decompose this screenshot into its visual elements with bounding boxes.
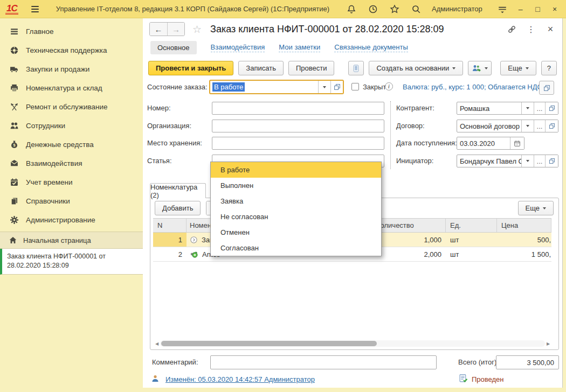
- more-menu-kebab-icon[interactable]: ⋮: [526, 24, 536, 34]
- post-button[interactable]: Провести: [288, 61, 335, 75]
- forward-button[interactable]: →: [167, 23, 184, 36]
- storage-label: Место хранения:: [147, 139, 202, 147]
- more-actions-button[interactable]: Еще: [500, 61, 536, 75]
- dropdown-option-cancelled[interactable]: Отменен: [211, 225, 381, 240]
- service-menu-icon[interactable]: [498, 4, 507, 15]
- main-menu-icon[interactable]: [30, 4, 40, 15]
- minimize-button[interactable]: –: [517, 4, 524, 15]
- search-icon[interactable]: [411, 4, 421, 15]
- close-window-button[interactable]: ×: [551, 4, 558, 15]
- initiator-field[interactable]: Бондарчук Павел С ...: [457, 155, 558, 167]
- help-button[interactable]: ?: [541, 61, 557, 75]
- counterparty-open-button[interactable]: [545, 102, 558, 114]
- closed-checkbox[interactable]: [351, 83, 359, 90]
- contract-open-button[interactable]: [545, 120, 558, 132]
- dropdown-option-in-work[interactable]: В работе: [211, 162, 381, 178]
- modified-link[interactable]: Изменён: 05.03.2020 14:42:57 Администрат…: [165, 375, 315, 383]
- open-document-tab[interactable]: Заказ клиента НФИТ-000001 от 28.02.2020 …: [0, 249, 143, 275]
- sidebar: Главное Техническая поддержка Закупки и …: [0, 18, 143, 392]
- sidebar-item-tech-support[interactable]: Техническая поддержка: [0, 41, 143, 60]
- dropdown-option-approved[interactable]: Согласован: [211, 240, 381, 256]
- col-price[interactable]: Цена: [497, 219, 551, 232]
- sidebar-item-catalogs[interactable]: Справочники: [0, 192, 143, 211]
- sidebar-item-time-tracking[interactable]: Учет времени: [0, 173, 143, 192]
- col-n[interactable]: N: [153, 219, 187, 232]
- initiator-dropdown-button[interactable]: [521, 155, 534, 167]
- lifebuoy-icon: [10, 46, 19, 55]
- save-button[interactable]: Записать: [238, 61, 284, 75]
- back-button[interactable]: ←: [150, 23, 167, 36]
- current-user[interactable]: Администратор: [432, 5, 482, 13]
- contract-choose-button[interactable]: ...: [534, 120, 545, 132]
- tab-main[interactable]: Основное: [150, 41, 197, 54]
- tab-interactions[interactable]: Взаимодействия: [211, 43, 265, 52]
- money-bag-icon: $: [10, 140, 19, 149]
- service-item-icon: [190, 236, 198, 244]
- dropdown-option-request[interactable]: Заявка: [211, 193, 381, 209]
- info-icon[interactable]: i: [385, 82, 393, 90]
- order-state-combobox[interactable]: В работе: [209, 80, 344, 94]
- horizontal-scrollbar[interactable]: ◀ ▶: [154, 340, 551, 347]
- organization-field[interactable]: [212, 120, 384, 132]
- create-based-on-button[interactable]: Создать на основании: [369, 61, 463, 75]
- dropdown-option-done[interactable]: Выполнен: [211, 178, 381, 193]
- currency-open-button[interactable]: [539, 81, 554, 95]
- contract-field[interactable]: Основной договор ...: [457, 120, 558, 132]
- close-document-icon[interactable]: ×: [545, 24, 556, 34]
- maximize-button[interactable]: □: [534, 4, 542, 15]
- col-unit[interactable]: Ед.: [446, 219, 497, 232]
- favorites-star-icon[interactable]: [390, 4, 399, 15]
- tab-linked-documents[interactable]: Связанные документы: [334, 43, 408, 52]
- tab-nomenclature[interactable]: Номенклатура (2): [150, 183, 206, 198]
- contract-dropdown-button[interactable]: [521, 120, 534, 132]
- document-form: ← → ☆ Заказ клиента НФИТ-000001 от 28.02…: [143, 18, 563, 388]
- post-and-close-button[interactable]: Провести и закрыть: [148, 61, 233, 75]
- storage-field[interactable]: [212, 137, 384, 150]
- scroll-left-arrow-icon[interactable]: ◀: [154, 341, 160, 346]
- state-open-button[interactable]: [330, 81, 343, 93]
- document-tabs: Основное Взаимодействия Мои заметки Связ…: [143, 40, 562, 58]
- sidebar-item-administration[interactable]: Администрирование: [0, 211, 143, 229]
- sidebar-item-purchases-sales[interactable]: Закупки и продажи: [0, 60, 143, 79]
- 1c-logo: 1С: [5, 4, 18, 15]
- add-row-button[interactable]: Добавить: [155, 201, 201, 215]
- window-title: Управление IT-отделом 8, редакция 3.1 КО…: [56, 5, 329, 13]
- favorite-star-icon[interactable]: ☆: [192, 23, 202, 36]
- scrollbar-thumb[interactable]: [161, 341, 377, 346]
- state-dropdown-button[interactable]: [318, 81, 330, 93]
- history-icon[interactable]: [368, 4, 378, 15]
- counterparty-label: Контрагент:: [396, 104, 434, 112]
- counterparty-field[interactable]: Ромашка ...: [457, 102, 558, 115]
- tab-my-notes[interactable]: Мои заметки: [279, 43, 320, 52]
- sidebar-item-repair-maintenance[interactable]: Ремонт и обслуживание: [0, 97, 143, 116]
- sidebar-item-employees[interactable]: Сотрудники: [0, 116, 143, 135]
- open-icon: [543, 85, 550, 92]
- currency-link[interactable]: Валюта: руб., курс: 1 000; Облагается НД…: [403, 83, 542, 91]
- col-quantity[interactable]: Количество: [372, 219, 446, 232]
- sidebar-item-money[interactable]: $ Денежные средства: [0, 135, 143, 154]
- gear-icon: [10, 215, 19, 225]
- total-field[interactable]: 3 500,00: [496, 355, 559, 369]
- document-structure-button[interactable]: [348, 61, 364, 75]
- state-dropdown-list: В работе Выполнен Заявка Не согласован О…: [210, 162, 382, 256]
- assign-performer-button[interactable]: [468, 61, 492, 75]
- sidebar-item-main[interactable]: Главное: [0, 22, 143, 41]
- initiator-open-button[interactable]: [545, 155, 558, 167]
- counterparty-dropdown-button[interactable]: [521, 102, 534, 114]
- receipt-date-field[interactable]: 03.03.2020: [457, 137, 524, 150]
- counterparty-choose-button[interactable]: ...: [534, 102, 545, 114]
- number-label: Номер:: [147, 104, 171, 112]
- comment-input[interactable]: [210, 355, 437, 369]
- notifications-bell-icon[interactable]: [347, 4, 356, 15]
- sidebar-item-interactions[interactable]: Взаимодействия: [0, 154, 143, 173]
- initiator-choose-button[interactable]: ...: [534, 155, 545, 167]
- scroll-right-arrow-icon[interactable]: ▶: [545, 341, 551, 346]
- table-more-button[interactable]: Еще: [518, 201, 554, 215]
- number-field[interactable]: [212, 102, 384, 115]
- calendar-button[interactable]: [510, 137, 524, 149]
- dropdown-option-not-approved[interactable]: Не согласован: [211, 209, 381, 225]
- home-page-tab[interactable]: Начальная страница: [0, 232, 143, 249]
- modified-by-user-icon: [151, 374, 160, 384]
- get-link-icon[interactable]: [506, 24, 517, 34]
- sidebar-item-nomenclature-warehouse[interactable]: Номенклатура и склад: [0, 79, 143, 97]
